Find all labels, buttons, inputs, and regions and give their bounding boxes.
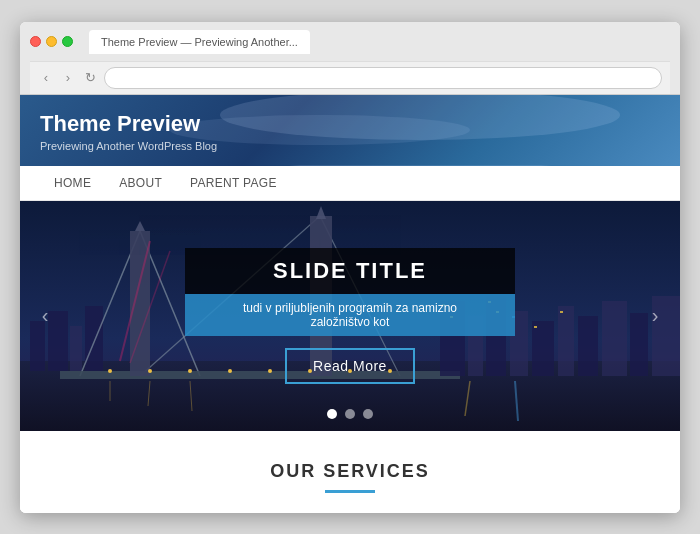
back-button[interactable]: ‹ [38,70,54,86]
slide-subtitle: tudi v priljubljenih programih za namizn… [225,301,475,329]
slide-content: SLIDE TITLE tudi v priljubljenih program… [185,248,515,384]
hero-slider: SLIDE TITLE tudi v priljubljenih program… [20,201,680,431]
slider-dot-3[interactable] [363,409,373,419]
svg-rect-29 [578,316,598,376]
site-tagline: Previewing Another WordPress Blog [40,140,660,152]
browser-tab[interactable]: Theme Preview — Previewing Another... [89,30,310,54]
slide-subtitle-box: tudi v priljubljenih programih za namizn… [185,294,515,336]
site-header: Theme Preview Previewing Another WordPre… [20,95,680,166]
close-button[interactable] [30,36,41,47]
site-title: Theme Preview [40,111,660,137]
slider-next-arrow[interactable]: › [640,301,670,331]
read-more-button[interactable]: Read More [285,348,415,384]
tab-label: Theme Preview — Previewing Another... [101,36,298,48]
minimize-button[interactable] [46,36,57,47]
svg-rect-39 [560,311,563,313]
services-title: OUR SERVICES [40,461,660,482]
svg-rect-30 [602,301,627,376]
svg-rect-27 [532,321,554,376]
services-section: OUR SERVICES [20,431,680,513]
slide-title: SLIDE TITLE [225,258,475,284]
browser-nav-bar: ‹ › ↻ [30,61,670,94]
slide-title-box: SLIDE TITLE [185,248,515,294]
browser-window: Theme Preview — Previewing Another... ‹ … [20,22,680,513]
maximize-button[interactable] [62,36,73,47]
browser-chrome: Theme Preview — Previewing Another... ‹ … [20,22,680,95]
svg-point-16 [148,369,152,373]
address-bar[interactable] [104,67,662,89]
site-navigation: HOME ABOUT PARENT PAGE [20,166,680,201]
browser-top-bar: Theme Preview — Previewing Another... [30,30,670,54]
traffic-lights [30,36,73,47]
nav-item-about[interactable]: ABOUT [105,166,176,200]
nav-item-home[interactable]: HOME [40,166,105,200]
svg-rect-28 [558,306,574,376]
slider-dots [327,409,373,419]
slider-prev-arrow[interactable]: ‹ [30,301,60,331]
svg-rect-38 [534,326,537,328]
nav-item-parent[interactable]: PARENT PAGE [176,166,291,200]
forward-button[interactable]: › [60,70,76,86]
slider-dot-2[interactable] [345,409,355,419]
slider-dot-1[interactable] [327,409,337,419]
svg-rect-4 [70,326,82,371]
services-underline [325,490,375,493]
svg-point-15 [108,369,112,373]
svg-rect-5 [85,306,103,371]
refresh-button[interactable]: ↻ [82,70,98,86]
website-content: Theme Preview Previewing Another WordPre… [20,95,680,513]
